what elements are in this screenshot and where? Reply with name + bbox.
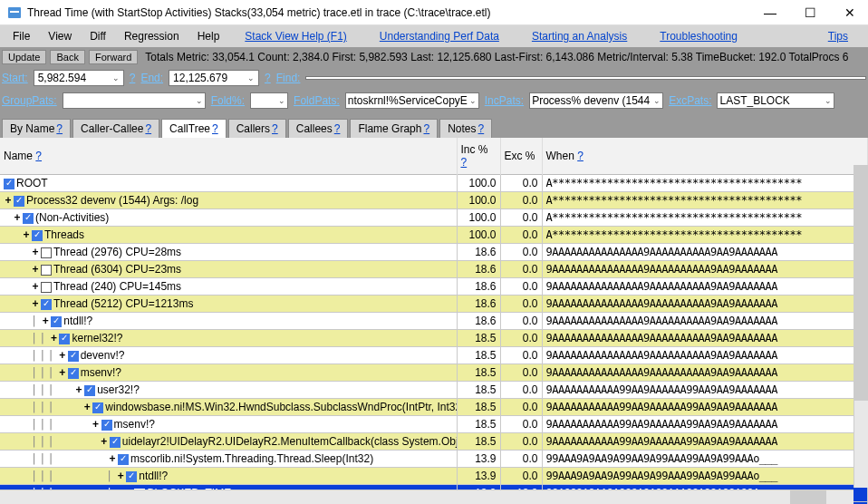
link-understanding-perf[interactable]: Understanding Perf Data xyxy=(363,28,516,44)
table-row[interactable]: |+ntdll!?18.60.09AAAAAAAAAAAAAAA9AAAAAAA… xyxy=(0,313,868,330)
table-row[interactable]: +Thread (240) CPU=145ms18.60.09AAAAAAAAA… xyxy=(0,278,868,296)
start-label[interactable]: Start: xyxy=(2,72,28,84)
end-input[interactable]: 12,125.679⌄ xyxy=(169,70,259,86)
back-button[interactable]: Back xyxy=(50,50,84,64)
checkbox[interactable] xyxy=(110,437,121,448)
table-row[interactable]: ||| +uidelayr2!UIDelayR2.UIDelayR2.MenuI… xyxy=(0,433,868,451)
fold-label[interactable]: Fold%: xyxy=(211,94,245,107)
menu-view[interactable]: View xyxy=(39,28,81,44)
table-row[interactable]: +Threads100.00.0A***********************… xyxy=(0,227,868,244)
checkbox[interactable] xyxy=(23,213,34,224)
table-row[interactable]: ||| +windowsbase.ni!MS.Win32.HwndSubclas… xyxy=(0,399,868,416)
expand-icon[interactable]: + xyxy=(4,194,13,207)
table-row[interactable]: +(Non-Activities)100.00.0A**************… xyxy=(0,209,868,227)
link-starting-analysis[interactable]: Starting an Analysis xyxy=(516,28,643,44)
col-inc[interactable]: Inc % ? xyxy=(457,138,500,175)
checkbox[interactable] xyxy=(51,316,62,327)
col-exc[interactable]: Exc % xyxy=(500,138,542,175)
expand-icon[interactable]: + xyxy=(31,246,40,258)
expand-icon[interactable]: + xyxy=(41,315,50,327)
menu-file[interactable]: File xyxy=(4,28,39,44)
update-button[interactable]: Update xyxy=(2,50,46,64)
table-row[interactable]: ||| +mscorlib.ni!System.Threading.Thread… xyxy=(0,451,868,468)
expand-icon[interactable]: + xyxy=(31,297,40,310)
table-row[interactable]: ||| +user32!?18.50.09AAAAAAAAAAA99AA9AAA… xyxy=(0,382,868,399)
checkbox[interactable] xyxy=(68,368,79,379)
checkbox[interactable] xyxy=(59,334,70,344)
end-help[interactable]: ? xyxy=(265,72,271,84)
start-help[interactable]: ? xyxy=(130,72,136,84)
table-row[interactable]: +Thread (6304) CPU=23ms18.60.09AAAAAAAAA… xyxy=(0,261,868,278)
find-label[interactable]: Find: xyxy=(276,72,301,84)
excpats-label[interactable]: ExcPats: xyxy=(669,94,711,107)
table-row[interactable]: ROOT100.00.0A***************************… xyxy=(0,175,868,192)
find-input[interactable] xyxy=(305,76,866,80)
checkbox[interactable] xyxy=(4,179,14,189)
checkbox[interactable] xyxy=(14,196,24,207)
expand-icon[interactable]: + xyxy=(100,435,109,448)
maximize-button[interactable]: ☐ xyxy=(799,5,821,20)
excpats-select[interactable]: LAST_BLOCK⌄ xyxy=(717,92,834,109)
expand-icon[interactable]: + xyxy=(13,211,22,224)
incpats-select[interactable]: Process% devenv (1544⌄ xyxy=(529,92,663,109)
expand-icon[interactable]: + xyxy=(108,452,117,465)
table-row[interactable]: ||| |+ntdll!?13.90.099AAA9A9AA9A99AA9A99… xyxy=(0,468,868,485)
scrollbar-thumb[interactable] xyxy=(790,490,826,504)
link-stackview-help[interactable]: Stack View Help (F1) xyxy=(228,28,362,44)
checkbox[interactable] xyxy=(118,454,129,465)
scrollbar-thumb[interactable] xyxy=(854,165,868,401)
expand-icon[interactable]: + xyxy=(31,263,40,276)
expand-icon[interactable]: + xyxy=(116,470,125,482)
end-label[interactable]: End: xyxy=(140,72,163,84)
checkbox[interactable] xyxy=(101,420,112,431)
minimize-button[interactable]: — xyxy=(759,5,781,20)
tab-notes[interactable]: Notes ? xyxy=(439,119,492,138)
incpats-label[interactable]: IncPats: xyxy=(485,94,524,107)
expand-icon[interactable]: + xyxy=(49,332,58,344)
grouppats-select[interactable]: ⌄ xyxy=(63,92,206,109)
checkbox[interactable] xyxy=(32,230,43,241)
close-button[interactable]: ✕ xyxy=(839,5,861,20)
link-tips[interactable]: Tips xyxy=(812,28,864,44)
expand-icon[interactable]: + xyxy=(22,228,31,241)
expand-icon[interactable]: + xyxy=(58,366,67,379)
col-name[interactable]: Name ? xyxy=(0,138,457,175)
checkbox[interactable] xyxy=(126,471,137,482)
tab-calltree[interactable]: CallTree ? xyxy=(161,119,227,138)
table-row[interactable]: ||+kernel32!?18.50.09AAAAAAAAAAAAAAA9AAA… xyxy=(0,330,868,347)
foldpats-label[interactable]: FoldPats: xyxy=(294,94,340,107)
menu-diff[interactable]: Diff xyxy=(81,28,115,44)
fold-select[interactable]: ⌄ xyxy=(250,92,288,109)
checkbox[interactable] xyxy=(41,299,52,310)
table-row[interactable]: +Thread (5212) CPU=1213ms18.60.09AAAAAAA… xyxy=(0,296,868,313)
horizontal-scrollbar[interactable] xyxy=(0,489,854,504)
foldpats-select[interactable]: ntoskrnl!%ServiceCopyE⌄ xyxy=(345,92,479,109)
table-row[interactable]: +Process32 devenv (1544) Args: /log100.0… xyxy=(0,192,868,209)
table-row[interactable]: |||+msenv!?18.50.09AAAAAAAAAAAAAAA9AAAAA… xyxy=(0,364,868,382)
checkbox[interactable] xyxy=(68,351,79,362)
col-when[interactable]: When ? xyxy=(542,138,868,175)
menu-regression[interactable]: Regression xyxy=(115,28,188,44)
checkbox[interactable] xyxy=(41,265,52,276)
tab-callees[interactable]: Callees ? xyxy=(288,119,349,138)
checkbox[interactable] xyxy=(41,247,52,258)
table-row[interactable]: |||+devenv!?18.50.09AAAAAAAAAAAAAAA9AAAA… xyxy=(0,347,868,364)
tab-callers[interactable]: Callers ? xyxy=(228,119,286,138)
link-troubleshooting[interactable]: Troubleshooting xyxy=(643,28,754,44)
tab-flamegraph[interactable]: Flame Graph ? xyxy=(350,119,438,138)
table-row[interactable]: ||| +msenv!?18.50.09AAAAAAAAAAA99AA9AAAA… xyxy=(0,416,868,433)
forward-button[interactable]: Forward xyxy=(89,50,138,64)
expand-icon[interactable]: + xyxy=(58,349,67,362)
expand-icon[interactable]: + xyxy=(92,418,101,431)
expand-icon[interactable]: + xyxy=(74,383,83,396)
vertical-scrollbar[interactable] xyxy=(854,165,868,488)
tab-byname[interactable]: By Name ? xyxy=(2,119,71,138)
checkbox[interactable] xyxy=(41,282,52,293)
start-input[interactable]: 5,982.594⌄ xyxy=(34,70,124,86)
menu-help[interactable]: Help xyxy=(188,28,229,44)
checkbox[interactable] xyxy=(92,402,103,413)
table-row[interactable]: +Thread (2976) CPU=28ms18.60.09AAAAAAAAA… xyxy=(0,244,868,261)
checkbox[interactable] xyxy=(84,385,95,396)
grouppats-label[interactable]: GroupPats: xyxy=(2,94,57,107)
expand-icon[interactable]: + xyxy=(31,280,40,293)
